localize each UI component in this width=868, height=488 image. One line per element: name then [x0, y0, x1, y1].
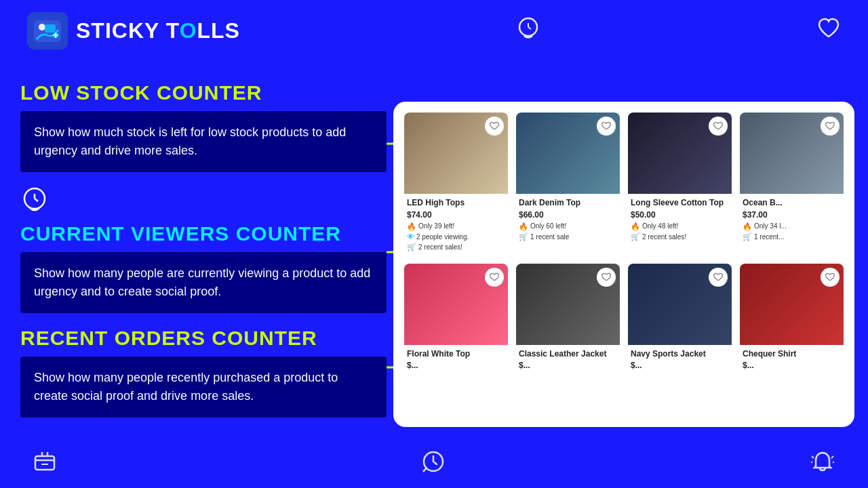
low-stock-title: LOW STOCK COUNTER — [20, 81, 387, 104]
wishlist-button[interactable] — [597, 117, 616, 136]
product-price: $37.00 — [743, 210, 841, 220]
product-price: $... — [407, 361, 505, 370]
viewers-section: CURRENT VIEWERS COUNTER Show how many pe… — [20, 186, 387, 313]
app-logo-text: STICKY TOLLS — [76, 18, 240, 43]
product-card: Floral White Top$... — [404, 264, 508, 375]
svg-point-1 — [39, 24, 45, 30]
product-info: Floral White Top$... — [404, 345, 508, 375]
badge-eye: 👁2 people viewing. — [407, 232, 505, 242]
recent-orders-description: Show how many people recently purchased … — [20, 357, 387, 418]
logo-box — [27, 12, 68, 49]
product-card: Classic Leather Jacket$... — [516, 264, 620, 375]
wishlist-button[interactable] — [597, 268, 616, 287]
product-info: Classic Leather Jacket$... — [516, 345, 620, 375]
product-name: Floral White Top — [407, 349, 505, 360]
badge-cart: 🛒1 recent sale — [519, 232, 617, 242]
product-name: Classic Leather Jacket — [519, 349, 617, 360]
product-image — [628, 113, 732, 194]
recent-orders-section: RECENT ORDERS COUNTER Show how many peop… — [20, 327, 387, 418]
product-image — [516, 113, 620, 194]
wishlist-button[interactable] — [821, 117, 840, 136]
product-image — [740, 113, 844, 194]
recent-orders-title: RECENT ORDERS COUNTER — [20, 327, 387, 350]
product-price: $50.00 — [631, 210, 729, 220]
product-price: $74.00 — [407, 210, 505, 220]
product-grid: LED High Tops$74.00🔥Only 39 left!👁2 peop… — [404, 113, 844, 375]
product-name: Navy Sports Jacket — [631, 349, 729, 360]
product-image — [628, 264, 732, 345]
viewers-description: Show how many people are currently viewi… — [20, 252, 387, 313]
product-card: Chequer Shirt$... — [740, 264, 844, 375]
product-info: Navy Sports Jacket$... — [628, 345, 732, 375]
header-heart-icon[interactable] — [816, 16, 841, 45]
wishlist-button[interactable] — [709, 268, 728, 287]
logo-icon — [31, 15, 64, 47]
product-price: $... — [631, 361, 729, 370]
wishlist-button[interactable] — [709, 117, 728, 136]
product-image — [516, 264, 620, 345]
badge-cart: 🛒1 recent... — [743, 232, 841, 242]
svg-line-17 — [812, 456, 814, 458]
wishlist-button[interactable] — [485, 268, 504, 287]
product-name: LED High Tops — [407, 198, 505, 209]
logo-area: STICKY TOLLS — [27, 12, 240, 49]
product-price: $66.00 — [519, 210, 617, 220]
product-name: Chequer Shirt — [743, 349, 841, 360]
product-price: $... — [519, 361, 617, 370]
product-card: LED High Tops$74.00🔥Only 39 left!👁2 peop… — [404, 113, 508, 256]
product-name: Dark Denim Top — [519, 198, 617, 209]
header-center-chat-icon[interactable] — [516, 16, 540, 45]
header: STICKY TOLLS — [0, 0, 868, 62]
footer-bell-icon[interactable] — [811, 450, 834, 478]
product-image — [404, 264, 508, 345]
low-stock-section: LOW STOCK COUNTER Show how much stock is… — [20, 81, 387, 172]
badge-fire: 🔥Only 60 left! — [519, 222, 617, 232]
badge-cart: 🛒2 recent sales! — [631, 232, 729, 242]
wishlist-button[interactable] — [821, 268, 840, 287]
product-info: Ocean B...$37.00🔥Only 34 l...🛒1 recent..… — [740, 194, 844, 245]
left-panel: LOW STOCK COUNTER Show how much stock is… — [20, 81, 387, 424]
footer-box-icon[interactable] — [34, 451, 56, 477]
product-name: Long Sleeve Cotton Top — [631, 198, 729, 209]
product-info: Dark Denim Top$66.00🔥Only 60 left!🛒1 rec… — [516, 194, 620, 245]
product-card: Navy Sports Jacket$... — [628, 264, 732, 375]
svg-rect-15 — [35, 456, 54, 470]
product-price: $... — [743, 361, 841, 370]
product-image — [404, 113, 508, 194]
badge-cart: 🛒2 recent sales! — [407, 242, 505, 252]
footer — [0, 450, 868, 478]
low-stock-description: Show how much stock is left for low stoc… — [20, 111, 387, 172]
product-info: Chequer Shirt$... — [740, 345, 844, 375]
product-card: Dark Denim Top$66.00🔥Only 60 left!🛒1 rec… — [516, 113, 620, 256]
wishlist-button[interactable] — [485, 117, 504, 136]
badge-fire: 🔥Only 39 left! — [407, 222, 505, 232]
svg-line-18 — [831, 456, 833, 458]
svg-rect-2 — [45, 24, 56, 33]
badge-fire: 🔥Only 48 left! — [631, 222, 729, 232]
footer-clock-icon[interactable] — [422, 450, 445, 478]
viewers-icon — [20, 186, 49, 214]
product-image — [740, 264, 844, 345]
product-name: Ocean B... — [743, 198, 841, 209]
product-card: Ocean B...$37.00🔥Only 34 l...🛒1 recent..… — [740, 113, 844, 256]
svg-line-6 — [528, 27, 531, 29]
product-info: LED High Tops$74.00🔥Only 39 left!👁2 peop… — [404, 194, 508, 256]
svg-line-9 — [35, 199, 38, 201]
product-card: Long Sleeve Cotton Top$50.00🔥Only 48 lef… — [628, 113, 732, 256]
product-panel: LED High Tops$74.00🔥Only 39 left!👁2 peop… — [393, 102, 854, 427]
viewers-title: CURRENT VIEWERS COUNTER — [20, 222, 387, 245]
badge-fire: 🔥Only 34 l... — [743, 222, 841, 232]
product-info: Long Sleeve Cotton Top$50.00🔥Only 48 lef… — [628, 194, 732, 245]
